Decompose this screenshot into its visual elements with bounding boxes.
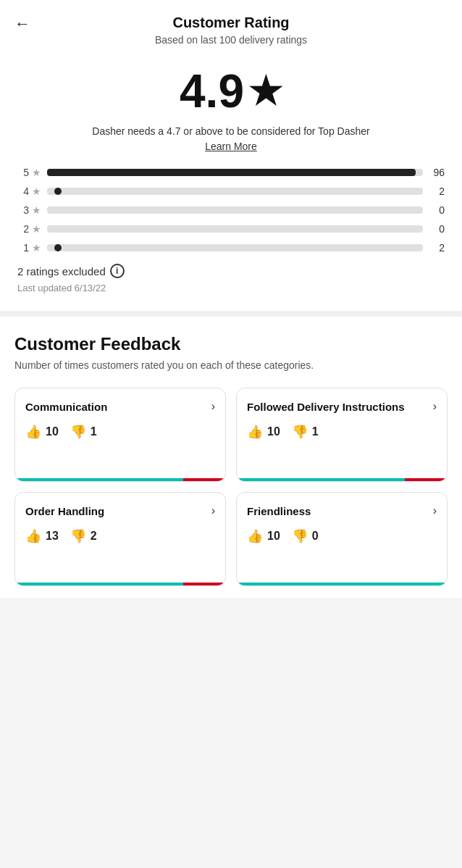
- bar-label-2: 2: [17, 223, 29, 235]
- bar-row-4: 4 ★ 2: [17, 185, 445, 197]
- card-header-delivery: Followed Delivery Instructions ›: [247, 400, 437, 414]
- bar-count-5: 96: [430, 167, 445, 178]
- bar-count-4: 2: [430, 185, 445, 197]
- rating-star: ★: [248, 70, 282, 113]
- card-bottom-bar-communication: [15, 478, 225, 481]
- stat-thumbup-delivery: 👍 10: [247, 424, 280, 440]
- thumbup-count-order: 13: [46, 530, 59, 543]
- learn-more-link[interactable]: Learn More: [17, 141, 445, 152]
- feedback-card-delivery-instructions[interactable]: Followed Delivery Instructions › 👍 10 👎 …: [236, 388, 448, 482]
- stat-thumbup-order: 👍 13: [25, 528, 59, 544]
- thumbdown-icon-delivery: 👎: [292, 424, 308, 440]
- cards-grid: Communication › 👍 10 👎 1: [14, 388, 448, 586]
- bar-row-2: 2 ★ 0: [17, 223, 445, 235]
- thumbdown-icon-order: 👎: [70, 528, 86, 544]
- page-title: Customer Rating: [172, 14, 289, 31]
- bar-track-5: [47, 169, 423, 176]
- bar-star-2: ★: [32, 223, 41, 235]
- stat-thumbup-communication: 👍 10: [25, 424, 59, 440]
- thumbup-icon: 👍: [25, 424, 41, 440]
- feedback-section: Customer Feedback Number of times custom…: [0, 317, 462, 598]
- bar-rows: 5 ★ 96 4 ★ 2 3 ★ 0: [17, 167, 445, 254]
- bar-dot-1: [54, 244, 62, 251]
- stat-thumbdown-order: 👎 2: [70, 528, 97, 544]
- thumbup-icon-delivery: 👍: [247, 424, 263, 440]
- bar-label-3: 3: [17, 204, 29, 216]
- feedback-card-order-handling[interactable]: Order Handling › 👍 13 👎 2: [14, 492, 226, 586]
- thumbdown-count: 1: [91, 425, 97, 438]
- big-rating: 4.9 ★: [17, 64, 445, 118]
- card-stats-delivery: 👍 10 👎 1: [247, 424, 437, 448]
- rating-score: 4.9: [180, 64, 244, 118]
- card-title-order: Order Handling: [25, 504, 209, 519]
- excluded-row: 2 ratings excluded i: [17, 264, 445, 278]
- card-stats-communication: 👍 10 👎 1: [25, 424, 215, 448]
- thumbdown-count-delivery: 1: [312, 425, 319, 438]
- stat-thumbdown-friendliness: 👎 0: [292, 528, 319, 544]
- card-title-friendliness: Friendliness: [247, 504, 430, 519]
- bar-star-4: ★: [32, 185, 41, 197]
- bar-track-2: [47, 225, 423, 233]
- card-header-communication: Communication ›: [25, 400, 215, 414]
- feedback-card-communication[interactable]: Communication › 👍 10 👎 1: [14, 388, 226, 482]
- bar-count-3: 0: [430, 204, 445, 216]
- bar-dot-4: [54, 188, 62, 195]
- stat-thumbdown-delivery: 👎 1: [292, 424, 319, 440]
- last-updated: Last updated 6/13/22: [17, 283, 445, 293]
- thumbdown-count-order: 2: [91, 530, 97, 543]
- bar-fill-5: [47, 169, 416, 176]
- bar-track-4: [47, 188, 423, 195]
- card-bottom-bar-delivery: [237, 478, 447, 481]
- card-header-order: Order Handling ›: [25, 504, 215, 519]
- feedback-card-friendliness[interactable]: Friendliness › 👍 10 👎 0: [236, 492, 448, 586]
- bar-count-2: 0: [430, 223, 445, 235]
- thumbup-count-delivery: 10: [267, 425, 280, 438]
- card-bottom-bar-order: [15, 583, 225, 585]
- chevron-right-icon-friendliness: ›: [433, 504, 437, 517]
- card-bottom-bar-friendliness: [237, 583, 447, 585]
- chevron-right-icon: ›: [211, 400, 215, 413]
- thumbup-count: 10: [46, 425, 59, 438]
- bar-label-1: 1: [17, 242, 29, 254]
- bar-star-1: ★: [32, 242, 41, 254]
- chevron-right-icon-delivery: ›: [433, 400, 437, 413]
- feedback-title: Customer Feedback: [14, 334, 448, 354]
- bar-star-5: ★: [32, 167, 41, 178]
- header-subtitle: Based on last 100 delivery ratings: [155, 34, 307, 46]
- excluded-text: 2 ratings excluded: [17, 265, 106, 277]
- chevron-right-icon-order: ›: [211, 504, 215, 517]
- info-icon[interactable]: i: [110, 264, 125, 278]
- thumbup-count-friendliness: 10: [267, 530, 280, 543]
- bar-track-1: [47, 244, 423, 251]
- card-stats-order: 👍 13 👎 2: [25, 528, 215, 553]
- bar-count-1: 2: [430, 242, 445, 254]
- bar-track-3: [47, 206, 423, 214]
- card-title-delivery: Followed Delivery Instructions: [247, 400, 430, 414]
- header: ← Customer Rating Based on last 100 deli…: [0, 0, 462, 57]
- thumbdown-icon: 👎: [70, 424, 86, 440]
- feedback-description: Number of times customers rated you on e…: [14, 359, 448, 373]
- thumbdown-icon-friendliness: 👎: [292, 528, 308, 544]
- thumbup-icon-order: 👍: [25, 528, 41, 544]
- back-button[interactable]: ←: [14, 14, 30, 33]
- bar-row-1: 1 ★ 2: [17, 242, 445, 254]
- page-wrapper: ← Customer Rating Based on last 100 deli…: [0, 0, 462, 598]
- bar-row-3: 3 ★ 0: [17, 204, 445, 216]
- stat-thumbup-friendliness: 👍 10: [247, 528, 280, 544]
- rating-description: Dasher needs a 4.7 or above to be consid…: [17, 124, 445, 139]
- rating-section: 4.9 ★ Dasher needs a 4.7 or above to be …: [0, 57, 462, 317]
- thumbup-icon-friendliness: 👍: [247, 528, 263, 544]
- card-header-friendliness: Friendliness ›: [247, 504, 437, 519]
- stat-thumbdown-communication: 👎 1: [70, 424, 97, 440]
- bar-star-3: ★: [32, 204, 41, 216]
- card-title-communication: Communication: [25, 400, 209, 414]
- bar-label-5: 5: [17, 167, 29, 178]
- bar-row-5: 5 ★ 96: [17, 167, 445, 178]
- bar-label-4: 4: [17, 185, 29, 197]
- thumbdown-count-friendliness: 0: [312, 530, 319, 543]
- card-stats-friendliness: 👍 10 👎 0: [247, 528, 437, 553]
